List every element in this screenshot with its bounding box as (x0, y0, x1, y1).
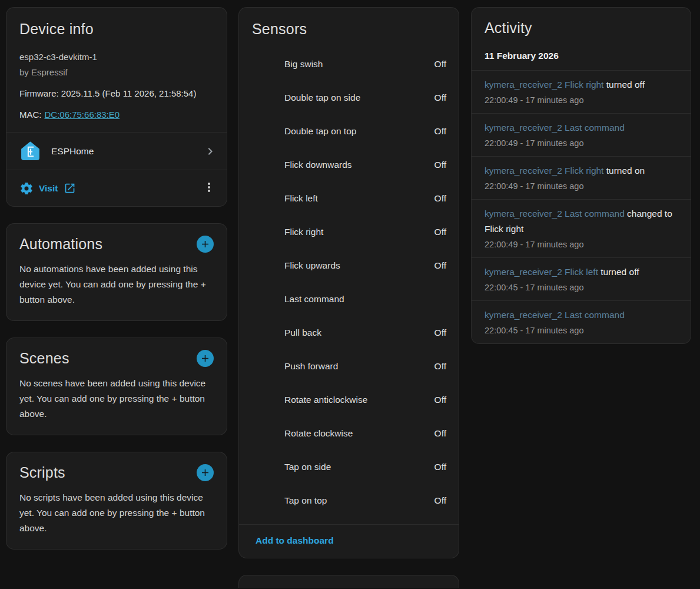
sensor-state: Off (434, 428, 446, 439)
device-info-section: Device info esp32-c3-devkitm-1 by Espres… (6, 8, 227, 132)
automations-card: Automations No automations have been add… (6, 223, 227, 321)
device-info-title: Device info (19, 21, 214, 38)
sensors-card: Sensors Big swish Off Double tap on side… (238, 7, 459, 558)
sensor-row[interactable]: Last command (239, 282, 459, 316)
integration-row-esphome[interactable]: ESPHome (6, 132, 227, 170)
sensor-state: Off (434, 160, 446, 170)
sensor-row[interactable]: Flick right Off (239, 215, 459, 249)
entry-timestamp: 22:00:45 - 17 minutes ago (485, 280, 678, 294)
sensor-state: Off (434, 126, 446, 137)
mac-address-link[interactable]: DC:06:75:66:83:E0 (45, 110, 120, 120)
visit-label: Visit (39, 183, 58, 194)
sensor-row[interactable]: Flick downwards Off (239, 148, 459, 181)
mac-label: MAC: (19, 110, 42, 120)
entry-timestamp: 22:00:49 - 17 minutes ago (485, 93, 678, 107)
device-actions-row: Visit (6, 170, 227, 206)
add-to-dashboard-link[interactable]: Add to dashboard (256, 535, 334, 545)
sensor-row[interactable]: Rotate anticlockwise Off (239, 383, 459, 416)
automations-empty-text: No automations have been added using thi… (19, 262, 214, 307)
sensor-state: Off (434, 92, 446, 103)
sensor-name: Push forward (284, 361, 338, 372)
esphome-icon (19, 140, 41, 162)
entry-timestamp: 22:00:45 - 17 minutes ago (485, 323, 678, 337)
sensor-row[interactable]: Flick left Off (239, 181, 459, 215)
open-in-new-icon (64, 182, 76, 194)
sensor-name: Tap on side (284, 462, 331, 472)
sensors-card-footer: Add to dashboard (239, 524, 459, 558)
activity-entry: kymera_receiver_2 Last command 22:00:49 … (472, 113, 691, 156)
activity-entry: kymera_receiver_2 Last command 22:00:45 … (472, 300, 691, 343)
sensor-row[interactable]: Pull back Off (239, 316, 459, 349)
sensor-row[interactable]: Flick upwards Off (239, 249, 459, 282)
sensor-name: Rotate clockwise (284, 428, 353, 439)
activity-header: Activity 11 February 2026 (472, 8, 691, 70)
sensor-state: Off (434, 59, 446, 70)
entity-link[interactable]: kymera_receiver_2 Last command (485, 209, 625, 219)
sensor-state: Off (434, 193, 446, 204)
sensors-list: Big swish Off Double tap on side Off Dou… (239, 47, 459, 524)
entry-description: turned off (598, 267, 639, 277)
activity-entry: kymera_receiver_2 Flick right turned off… (472, 71, 691, 113)
activity-entry-text: kymera_receiver_2 Last command changed t… (485, 206, 678, 237)
add-script-button[interactable] (197, 464, 214, 481)
activity-entry-text: kymera_receiver_2 Last command (485, 307, 678, 323)
sensor-name: Flick upwards (284, 260, 340, 271)
activity-card: Activity 11 February 2026 kymera_receive… (471, 7, 691, 344)
dots-vertical-icon (202, 180, 216, 194)
entity-link[interactable]: kymera_receiver_2 Flick right (485, 80, 603, 90)
sensor-name: Flick downwards (284, 160, 352, 170)
sensor-name: Big swish (284, 59, 323, 70)
plus-icon (200, 239, 211, 250)
entity-link[interactable]: kymera_receiver_2 Last command (485, 310, 625, 320)
sensor-row[interactable]: Big swish Off (239, 47, 459, 81)
sensor-row[interactable]: Tap on side Off (239, 450, 459, 484)
automations-title: Automations (19, 236, 102, 253)
sensor-row[interactable]: Push forward Off (239, 349, 459, 383)
activity-entry-text: kymera_receiver_2 Flick left turned off (485, 264, 678, 280)
partially-visible-card (238, 575, 459, 588)
left-column: Device info esp32-c3-devkitm-1 by Espres… (6, 7, 227, 550)
activity-title: Activity (485, 19, 678, 37)
activity-list: kymera_receiver_2 Flick right turned off… (472, 70, 691, 343)
activity-entry-text: kymera_receiver_2 Flick right turned on (485, 163, 678, 178)
plus-icon (200, 467, 211, 478)
scenes-card: Scenes No scenes have been added using t… (6, 337, 227, 435)
sensor-name: Flick left (284, 193, 318, 204)
overflow-menu-button[interactable] (201, 179, 217, 197)
sensor-state: Off (434, 227, 446, 237)
scenes-title: Scenes (19, 350, 69, 367)
sensor-name: Double tap on top (284, 126, 356, 137)
device-page: Device info esp32-c3-devkitm-1 by Espres… (0, 0, 700, 588)
sensor-name: Double tap on side (284, 92, 360, 103)
device-firmware: Firmware: 2025.11.5 (Feb 11 2026, 21:58:… (19, 86, 214, 101)
sensor-state: Off (434, 395, 446, 405)
activity-entry-text: kymera_receiver_2 Last command (485, 120, 678, 135)
sensor-state: Off (434, 327, 446, 338)
activity-entry: kymera_receiver_2 Last command changed t… (472, 199, 691, 257)
entity-link[interactable]: kymera_receiver_2 Flick left (485, 267, 598, 277)
entity-link[interactable]: kymera_receiver_2 Flick right (485, 166, 603, 176)
sensor-name: Pull back (284, 327, 321, 338)
sensor-row[interactable]: Double tap on side Off (239, 81, 459, 114)
sensor-name: Last command (284, 294, 344, 305)
sensor-name: Rotate anticlockwise (284, 395, 367, 405)
entry-description: turned off (603, 80, 645, 90)
sensor-state: Off (434, 462, 446, 472)
right-column: Activity 11 February 2026 kymera_receive… (471, 7, 691, 344)
sensor-row[interactable]: Rotate clockwise Off (239, 416, 459, 450)
sensor-state: Off (434, 495, 446, 506)
device-mac-line: MAC:DC:06:75:66:83:E0 (19, 107, 214, 123)
add-scene-button[interactable] (197, 350, 214, 367)
entity-link[interactable]: kymera_receiver_2 Last command (485, 123, 625, 133)
sensor-row[interactable]: Double tap on top Off (239, 114, 459, 148)
activity-entry: kymera_receiver_2 Flick right turned on … (472, 156, 691, 199)
sensor-row[interactable]: Tap on top Off (239, 484, 459, 517)
sensors-title: Sensors (239, 21, 459, 38)
integration-name: ESPHome (51, 146, 203, 157)
activity-entry-text: kymera_receiver_2 Flick right turned off (485, 77, 678, 92)
visit-button[interactable]: Visit (19, 181, 76, 196)
add-automation-button[interactable] (197, 236, 214, 253)
chevron-right-icon (203, 144, 217, 158)
scripts-title: Scripts (19, 464, 65, 481)
device-model: esp32-c3-devkitm-1 (19, 49, 214, 65)
